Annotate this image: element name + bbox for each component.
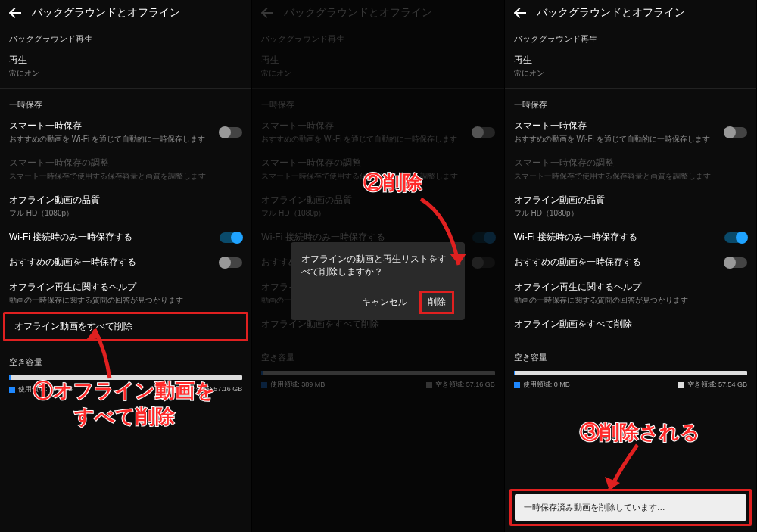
free-space-label: 空き容量: [505, 344, 756, 366]
header: バックグラウンドとオフライン: [0, 0, 251, 26]
toast-highlight: 一時保存済み動画を削除しています…: [509, 489, 752, 526]
row-playback[interactable]: 再生 常にオン: [505, 48, 756, 85]
row-delete-all[interactable]: オフライン動画をすべて削除: [505, 312, 756, 337]
legend-used: 使用領域: 0 MB: [523, 380, 570, 390]
pane-1: バックグラウンドとオフライン バックグラウンド再生 再生 常にオン 一時保存 ス…: [0, 0, 252, 532]
smart-adj-sub: スマート一時保存で使用する保存容量と画質を調整します: [9, 171, 242, 182]
row-smart-adjust: スマート一時保存の調整 スマート一時保存で使用する保存容量と画質を調整します: [0, 151, 251, 188]
row-smart-save[interactable]: スマート一時保存 おすすめの動画を Wi-Fi を通じて自動的に一時保存します: [505, 114, 756, 151]
smart-sub: おすすめの動画を Wi-Fi を通じて自動的に一時保存します: [9, 134, 220, 145]
row-smart-save[interactable]: スマート一時保存 おすすめの動画を Wi-Fi を通じて自動的に一時保存します: [0, 114, 251, 151]
delete-all-title: オフライン動画をすべて削除: [14, 320, 237, 333]
row-playback-sub: 常にオン: [9, 68, 242, 79]
back-arrow-icon[interactable]: [8, 6, 21, 20]
row-quality[interactable]: オフライン動画の品質 フル HD（1080p）: [0, 188, 251, 225]
header: バックグラウンドとオフライン: [505, 0, 756, 26]
storage-used-segment: [514, 371, 515, 375]
divider: [0, 88, 251, 89]
row-playback-title: 再生: [9, 54, 242, 67]
cancel-button[interactable]: キャンセル: [357, 293, 412, 312]
help-sub: 動画の一時保存に関する質問の回答が見つかります: [9, 295, 242, 306]
toggle-wifi-only[interactable]: [220, 232, 242, 243]
storage-bar: [514, 371, 747, 375]
row-smart-adjust: スマート一時保存の調整 スマート一時保存で使用する保存容量と画質を調整します: [505, 151, 756, 188]
help-title: オフライン再生に関するヘルプ: [9, 281, 242, 294]
toast-text: 一時保存済み動画を削除しています…: [524, 502, 665, 512]
confirm-delete-dialog: オフラインの動画と再生リストをすべて削除しますか？ キャンセル 削除: [291, 242, 465, 320]
toggle-wifi-only[interactable]: [724, 232, 747, 243]
legend-swatch-used-icon: [514, 382, 520, 388]
toast-deleting: 一時保存済み動画を削除しています…: [515, 494, 746, 521]
wifi-only-title: Wi-Fi 接続時のみ一時保存する: [9, 231, 220, 244]
toggle-smart-save[interactable]: [724, 127, 747, 138]
annotation-callout-2: ②削除: [363, 170, 422, 196]
section-save: 一時保存: [0, 92, 251, 114]
smart-title: スマート一時保存: [9, 120, 220, 132]
annotation-callout-1: ①オフライン動画を すべて削除: [3, 378, 245, 430]
page-title: バックグラウンドとオフライン: [32, 6, 180, 20]
row-help[interactable]: オフライン再生に関するヘルプ 動画の一時保存に関する質問の回答が見つかります: [0, 275, 251, 312]
dialog-message: オフラインの動画と再生リストをすべて削除しますか？: [301, 253, 454, 278]
delete-button[interactable]: 削除: [419, 291, 454, 314]
row-recommend-save[interactable]: おすすめの動画を一時保存する: [0, 250, 251, 275]
toggle-smart-save[interactable]: [220, 127, 242, 138]
quality-title: オフライン動画の品質: [9, 194, 242, 207]
pane-3: バックグラウンドとオフライン バックグラウンド再生 再生 常にオン 一時保存 ス…: [505, 0, 757, 532]
row-delete-all[interactable]: オフライン動画をすべて削除: [3, 312, 248, 341]
page-title: バックグラウンドとオフライン: [537, 6, 685, 20]
back-arrow-icon[interactable]: [512, 6, 526, 20]
row-wifi-only[interactable]: Wi-Fi 接続時のみ一時保存する: [505, 225, 756, 250]
section-save: 一時保存: [505, 92, 756, 114]
pane-2: バックグラウンドとオフライン バックグラウンド再生 再生 常にオン 一時保存 ス…: [252, 0, 504, 532]
toggle-recommend[interactable]: [724, 257, 747, 268]
toggle-recommend[interactable]: [220, 257, 242, 268]
row-playback[interactable]: 再生 常にオン: [0, 48, 251, 85]
legend-free: 空き領域: 57.54 GB: [687, 380, 747, 390]
section-bg-playback: バックグラウンド再生: [0, 26, 251, 48]
row-quality[interactable]: オフライン動画の品質 フル HD（1080p）: [505, 188, 756, 225]
smart-adj-title: スマート一時保存の調整: [9, 157, 242, 170]
row-recommend-save[interactable]: おすすめの動画を一時保存する: [505, 250, 756, 275]
recommend-title: おすすめの動画を一時保存する: [9, 256, 220, 269]
row-help[interactable]: オフライン再生に関するヘルプ 動画の一時保存に関する質問の回答が見つかります: [505, 275, 756, 312]
row-wifi-only[interactable]: Wi-Fi 接続時のみ一時保存する: [0, 225, 251, 250]
storage-legend: 使用領域: 0 MB 空き領域: 57.54 GB: [505, 378, 756, 394]
quality-sub: フル HD（1080p）: [9, 208, 242, 219]
annotation-callout-3: ③削除される: [537, 420, 742, 446]
section-bg-playback: バックグラウンド再生: [505, 26, 756, 48]
legend-swatch-free-icon: [678, 382, 684, 388]
divider: [505, 88, 756, 89]
free-space-label: 空き容量: [0, 349, 251, 371]
